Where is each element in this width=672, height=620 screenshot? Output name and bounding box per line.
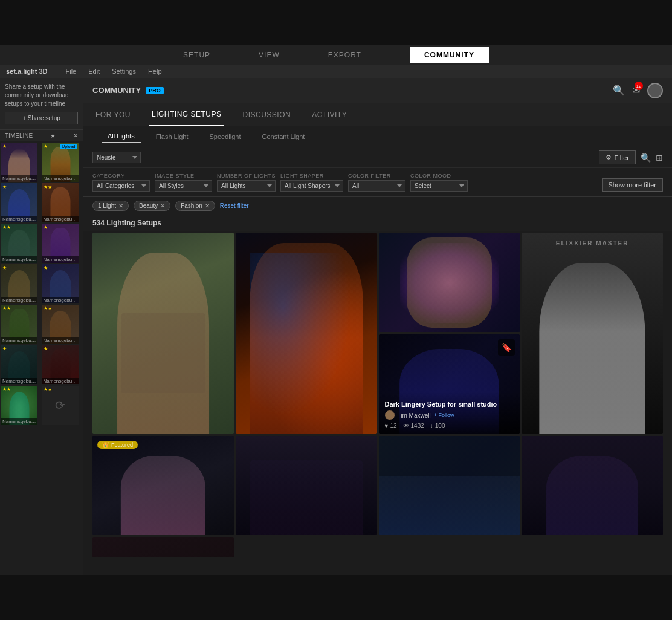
nav-tabs: FOR YOU LIGHTING SETUPS DISCUSSION ACTIV… xyxy=(83,103,672,126)
timeline-item[interactable]: ★ Namensgeburg... xyxy=(1,345,37,384)
photo-card-5[interactable]: 🔖 Dark Lingery Setup for small studio Ti… xyxy=(379,334,520,434)
filter-speedlight[interactable]: Speedlight xyxy=(203,131,247,143)
photo-grid-container[interactable]: ELIXXIER MASTER 🔖 Dark Lingery Setup for… xyxy=(83,231,672,557)
menu-bar: set.a.light 3D File Edit Settings Help xyxy=(0,65,672,78)
timeline-item-label: Namensgeburg... xyxy=(1,175,37,182)
timeline-item[interactable]: ★ Namensgeburg... xyxy=(1,183,37,222)
photo-author-5: Tim Maxwell + Follow xyxy=(385,410,514,420)
bottom-bar xyxy=(0,575,672,620)
filter-category-group: CATEGORY All Categories xyxy=(92,173,150,192)
tab-discussion[interactable]: DISCUSSION xyxy=(239,103,294,126)
nav-export[interactable]: EXPORT xyxy=(328,51,361,59)
chip-1-light-close[interactable]: ✕ xyxy=(118,202,123,209)
mail-icon[interactable]: ✉ 12 xyxy=(632,85,640,96)
timeline-header: TIMELINE ★ ✕ xyxy=(0,130,83,141)
photo-card-8[interactable] xyxy=(379,436,520,535)
filter-button[interactable]: ⚙ Filter xyxy=(599,150,636,164)
photo-card-6[interactable]: 👑 Featured xyxy=(92,436,234,535)
filter-all-lights[interactable]: All Lights xyxy=(102,130,141,143)
photo-card-1[interactable] xyxy=(92,233,234,434)
filter-light-shaper-select[interactable]: All Light Shapers xyxy=(280,180,343,192)
menu-edit[interactable]: Edit xyxy=(88,68,100,75)
menu-help[interactable]: Help xyxy=(148,68,162,75)
tab-activity[interactable]: ACTIVITY xyxy=(309,103,350,126)
filter-image-style-select[interactable]: All Styles xyxy=(155,180,212,192)
show-more-filter-button[interactable]: Show more filter xyxy=(602,178,663,192)
timeline-item-label: Namensgeburg... xyxy=(1,418,37,425)
sidebar-header: Share a setup with the community or down… xyxy=(0,78,83,130)
timeline-item-label: Namensgeburg... xyxy=(1,297,37,303)
menu-file[interactable]: File xyxy=(65,68,76,75)
filter-num-lights-select[interactable]: All Lights xyxy=(217,180,276,192)
filter-image-style-group: IMAGE STYLE All Styles xyxy=(155,173,212,192)
filter-flash-light[interactable]: Flash Light xyxy=(150,131,195,143)
filter-color-filter-group: COLOR FILTER All xyxy=(348,173,405,192)
timeline-item-loading: ⟳ ★★ xyxy=(42,386,79,425)
timeline-item[interactable]: ★★ Namensgeburg... xyxy=(1,305,37,344)
timeline-item[interactable]: ★★ Namensgeburg... xyxy=(1,386,37,425)
timeline-item-label: Namensgeburg... xyxy=(1,337,37,344)
timeline-item[interactable]: ★ Namensgeburg... xyxy=(42,224,79,263)
reset-filter-button[interactable]: Reset filter xyxy=(220,202,249,209)
avatar[interactable] xyxy=(647,83,663,98)
featured-label: Featured xyxy=(111,442,133,448)
timeline-item[interactable]: ★★ Namensgeburg... xyxy=(42,183,79,222)
timeline-item[interactable]: ★ Namensgeburg... xyxy=(42,264,79,303)
filter-color-filter-select[interactable]: All xyxy=(348,180,405,192)
search-icon-main[interactable]: 🔍 xyxy=(641,153,651,163)
timeline-grid: ★ Namensgeburg... Upload ★ Namensgeburg.… xyxy=(0,141,83,426)
star-badge: ★★ xyxy=(44,306,52,311)
download-icon: ↓ xyxy=(430,422,433,429)
heart-icon: ♥ xyxy=(385,422,389,429)
elixxier-master-text: ELIXXIER MASTER xyxy=(556,240,629,247)
photo-card-7[interactable] xyxy=(236,436,377,535)
timeline-item-label: Namensgeburg... xyxy=(42,297,79,303)
timeline-item-label: Namensgeburg... xyxy=(1,256,37,263)
timeline-label: TIMELINE xyxy=(5,132,33,139)
download-count: 100 xyxy=(435,422,445,429)
filter-constant-light[interactable]: Constant Light xyxy=(256,131,311,143)
filter-tabs-row: All Lights Flash Light Speedlight Consta… xyxy=(83,126,672,147)
photo-stats-5: ♥ 12 👁 1432 ↓ 100 xyxy=(385,422,514,429)
filter-color-mood-select[interactable]: Select xyxy=(410,180,468,192)
star-badge: ★ xyxy=(2,346,7,352)
menu-settings[interactable]: Settings xyxy=(112,68,136,75)
search-icon[interactable]: 🔍 xyxy=(613,85,625,96)
follow-button-5[interactable]: + Follow xyxy=(434,412,454,418)
timeline-item[interactable]: ★ Namensgeburg... xyxy=(1,264,37,303)
sidebar-description: Share a setup with the community or down… xyxy=(5,83,78,108)
timeline-item[interactable]: ★ Namensgeburg... xyxy=(1,143,37,182)
photo-card-4[interactable]: ELIXXIER MASTER xyxy=(522,233,663,434)
timeline-item[interactable]: ★★ Namensgeburg... xyxy=(42,305,79,344)
photo-card-9[interactable] xyxy=(522,436,663,535)
grid-view-icon[interactable]: ⊞ xyxy=(656,153,663,163)
timeline-item-label: Namensgeburg... xyxy=(42,378,79,384)
author-name-5: Tim Maxwell xyxy=(398,412,431,419)
nav-view[interactable]: VIEW xyxy=(259,51,280,59)
timeline-item[interactable]: ★ Namensgeburg... xyxy=(42,345,79,384)
photo-card-2[interactable] xyxy=(236,233,377,434)
timeline-item-label: Namensgeburg... xyxy=(42,337,79,344)
timeline-item[interactable]: Upload ★ Namensgeburg... xyxy=(42,143,79,182)
nav-setup[interactable]: SETUP xyxy=(183,51,210,59)
tab-lighting-setups[interactable]: LIGHTING SETUPS xyxy=(149,103,225,126)
timeline-item-label: Namensgeburg... xyxy=(42,175,79,182)
filter-light-shaper-label: LIGHT SHAPER xyxy=(280,173,343,179)
chip-beauty-close[interactable]: ✕ xyxy=(160,202,165,209)
photo-card-3[interactable] xyxy=(379,233,520,332)
sort-select[interactable]: Neuste xyxy=(92,152,141,163)
share-setup-button[interactable]: + Share setup xyxy=(5,112,78,124)
nav-community[interactable]: COMMUNITY xyxy=(410,47,489,63)
filter-category-select[interactable]: All Categories xyxy=(92,180,150,192)
bookmark-icon-5[interactable]: 🔖 xyxy=(498,339,515,356)
photo-card-10[interactable]: ⊞ xyxy=(92,537,234,557)
timeline-close-icon[interactable]: ✕ xyxy=(73,132,78,139)
tab-for-you[interactable]: FOR YOU xyxy=(92,103,134,126)
filter-dropdowns-row: CATEGORY All Categories IMAGE STYLE All … xyxy=(83,168,672,197)
chip-fashion-close[interactable]: ✕ xyxy=(205,202,210,209)
stat-downloads: ↓ 100 xyxy=(430,422,445,429)
active-filters-bar: 1 Light ✕ Beauty ✕ Fashion ✕ Reset filte… xyxy=(83,197,672,215)
filter-image-style-label: IMAGE STYLE xyxy=(155,173,212,179)
sidebar: Share a setup with the community or down… xyxy=(0,78,83,575)
timeline-item[interactable]: ★★ Namensgeburg... xyxy=(1,224,37,263)
